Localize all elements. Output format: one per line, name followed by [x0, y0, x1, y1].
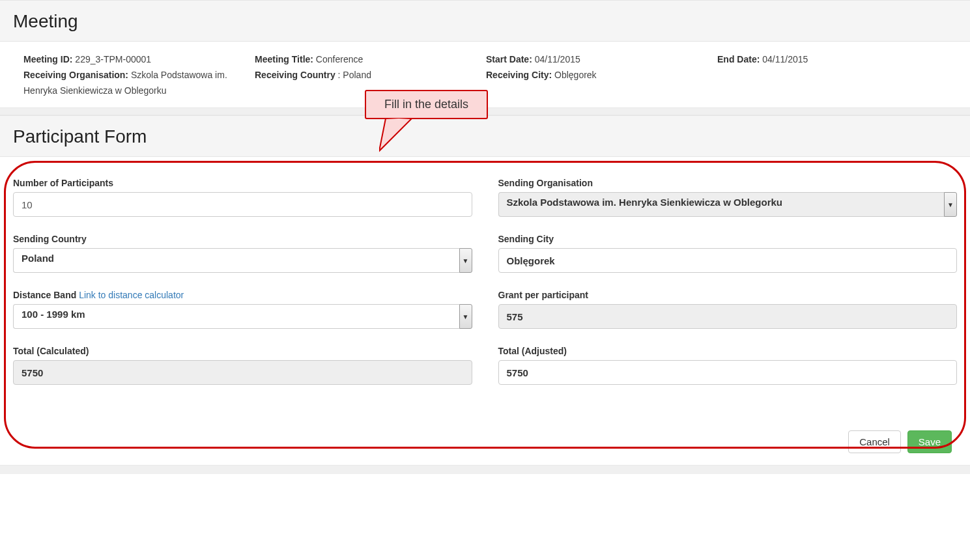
total-adj-input[interactable]: [498, 360, 958, 385]
start-date-label: Start Date:: [486, 54, 532, 64]
sending-country-select[interactable]: Poland: [13, 248, 459, 273]
end-date-row: End Date: 04/11/2015: [717, 52, 934, 68]
total-calc-group: Total (Calculated): [13, 346, 472, 385]
sending-org-group: Sending Organisation Szkola Podstawowa i…: [498, 178, 958, 217]
receiving-city-label: Receiving City:: [486, 70, 552, 80]
receiving-country-row: Receiving Country : Poland: [255, 68, 473, 83]
meeting-id-label: Meeting ID:: [23, 54, 72, 64]
start-date-row: Start Date: 04/11/2015: [486, 52, 704, 68]
end-date-value: 04/11/2015: [762, 54, 808, 64]
meeting-title-value: Conference: [316, 54, 363, 64]
cancel-button[interactable]: Cancel: [848, 430, 901, 453]
distance-band-group: Distance Band Link to distance calculato…: [13, 290, 472, 329]
page-bottom-bar: [0, 465, 970, 474]
sending-country-group: Sending Country Poland ▼: [13, 234, 472, 273]
meeting-id-row: Meeting ID: 229_3-TPM-00001: [23, 52, 242, 68]
meeting-heading: Meeting: [13, 11, 957, 32]
participant-header-bar: Participant Form Fill in the details: [0, 115, 970, 157]
participant-form-area: Number of Participants Sending Organisat…: [0, 157, 970, 425]
total-calc-label: Total (Calculated): [13, 346, 472, 356]
svg-marker-0: [379, 119, 412, 151]
participants-group: Number of Participants: [13, 178, 472, 217]
meeting-title-label: Meeting Title:: [255, 54, 313, 64]
total-adj-group: Total (Adjusted): [498, 346, 958, 385]
receiving-org-row: Receiving Organisation: Szkola Podstawow…: [23, 68, 242, 99]
receiving-country-label: Receiving Country: [255, 70, 335, 80]
receiving-city-value: Oblęgorek: [554, 70, 597, 80]
distance-calculator-link[interactable]: Link to distance calculator: [79, 290, 184, 300]
chevron-down-icon[interactable]: ▼: [459, 248, 472, 273]
sending-city-input[interactable]: [498, 248, 958, 273]
participants-label: Number of Participants: [13, 178, 472, 188]
meeting-id-value: 229_3-TPM-00001: [75, 54, 151, 64]
receiving-city-row: Receiving City: Oblęgorek: [486, 68, 704, 83]
form-footer: Cancel Save: [0, 425, 970, 465]
callout-tail-icon: [379, 119, 418, 158]
distance-band-label: Distance Band Link to distance calculato…: [13, 290, 472, 300]
chevron-down-icon[interactable]: ▼: [944, 192, 957, 217]
chevron-down-icon[interactable]: ▼: [459, 304, 472, 329]
sending-org-label: Sending Organisation: [498, 178, 958, 188]
start-date-value: 04/11/2015: [535, 54, 580, 64]
meeting-header-bar: Meeting: [0, 0, 970, 42]
grant-input: [498, 304, 958, 329]
callout-annotation: Fill in the details: [365, 90, 488, 119]
participant-heading: Participant Form: [13, 126, 957, 147]
participants-input[interactable]: [13, 192, 472, 217]
receiving-country-value: : Poland: [338, 70, 371, 80]
meeting-title-row: Meeting Title: Conference: [255, 52, 473, 68]
save-button[interactable]: Save: [907, 430, 952, 453]
grant-label: Grant per participant: [498, 290, 958, 300]
total-adj-label: Total (Adjusted): [498, 346, 958, 356]
grant-group: Grant per participant: [498, 290, 958, 329]
sending-country-label: Sending Country: [13, 234, 472, 244]
sending-city-label: Sending City: [498, 234, 958, 244]
total-calc-input: [13, 360, 472, 385]
callout-text: Fill in the details: [365, 90, 488, 119]
sending-org-select[interactable]: Szkola Podstawowa im. Henryka Sienkiewic…: [498, 192, 945, 217]
distance-band-select[interactable]: 100 - 1999 km: [13, 304, 459, 329]
sending-city-group: Sending City: [498, 234, 958, 273]
end-date-label: End Date:: [717, 54, 760, 64]
distance-band-label-text: Distance Band: [13, 290, 76, 300]
receiving-org-label: Receiving Organisation:: [23, 70, 128, 80]
